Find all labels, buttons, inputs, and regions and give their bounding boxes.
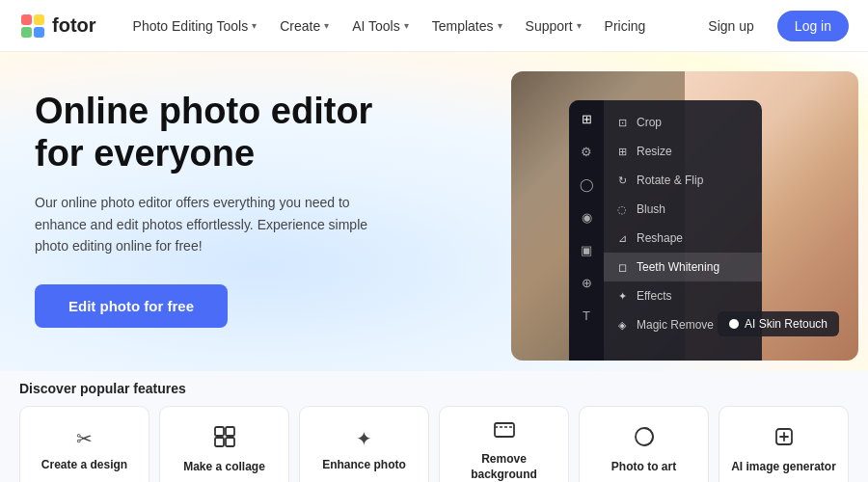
logo-text: fotor <box>52 14 96 37</box>
nav-photo-editing-tools[interactable]: Photo Editing Tools ▾ <box>123 13 267 40</box>
nav-support[interactable]: Support ▾ <box>516 13 591 40</box>
nav-templates[interactable]: Templates ▾ <box>422 13 512 40</box>
magic-remove-icon: ◈ <box>615 318 629 332</box>
menu-item-reshape[interactable]: ⊿ Reshape <box>604 224 762 253</box>
rotate-icon: ↻ <box>615 174 629 187</box>
chevron-down-icon: ▾ <box>252 20 257 31</box>
hero-image: ⊞ ⚙ ◯ ◉ ▣ ⊕ T ⊡ Crop ⊞ Resize <box>511 71 858 361</box>
text-sidebar-icon[interactable]: T <box>578 307 595 324</box>
chevron-down-icon: ▾ <box>404 20 409 31</box>
svg-rect-4 <box>34 27 44 38</box>
chevron-down-icon: ▾ <box>498 20 502 31</box>
feature-ai-image-generator[interactable]: AI image generator <box>719 406 849 482</box>
panel-sidebar: ⊞ ⚙ ◯ ◉ ▣ ⊕ T <box>569 100 604 361</box>
nav-ai-tools[interactable]: AI Tools ▾ <box>342 13 419 40</box>
main-content: Online photo editor for everyone Our onl… <box>0 52 868 482</box>
svg-rect-1 <box>21 14 32 25</box>
hero-description: Our online photo editor offers everythin… <box>35 192 401 256</box>
menu-item-effects[interactable]: ✦ Effects <box>604 281 762 310</box>
nav-items: Photo Editing Tools ▾ Create ▾ AI Tools … <box>123 13 695 40</box>
nav-pricing[interactable]: Pricing <box>595 13 656 40</box>
menu-item-rotate[interactable]: ↻ Rotate & Flip <box>604 166 762 195</box>
adjust-sidebar-icon[interactable]: ⚙ <box>578 143 595 160</box>
menu-item-teeth[interactable]: ◻ Teeth Whitening <box>604 253 762 281</box>
blush-icon: ◌ <box>615 202 629 216</box>
svg-rect-2 <box>34 14 44 25</box>
teeth-icon: ◻ <box>615 260 629 274</box>
crop-sidebar-icon[interactable]: ⊞ <box>578 110 595 127</box>
nav-create[interactable]: Create ▾ <box>270 13 339 40</box>
menu-item-blush[interactable]: ◌ Blush <box>604 195 762 224</box>
frame-sidebar-icon[interactable]: ▣ <box>578 241 595 258</box>
chevron-down-icon: ▾ <box>577 20 582 31</box>
feature-photo-to-art[interactable]: Photo to art <box>579 406 709 482</box>
ai-skin-retouch-badge: AI Skin Retouch <box>718 311 839 336</box>
photo-to-art-icon <box>634 426 655 452</box>
remove-bg-icon <box>494 418 515 444</box>
signup-button[interactable]: Sign up <box>694 13 767 40</box>
menu-item-crop[interactable]: ⊡ Crop <box>604 108 762 137</box>
group-sidebar-icon[interactable]: ⊕ <box>578 274 595 291</box>
hero-title: Online photo editor for everyone <box>35 91 415 174</box>
effects-icon: ✦ <box>615 289 629 303</box>
resize-icon: ⊞ <box>615 145 629 158</box>
hero-text: Online photo editor for everyone Our onl… <box>35 91 415 328</box>
nav-auth: Sign up Log in <box>694 11 849 41</box>
eye-sidebar-icon[interactable]: ◉ <box>578 208 595 226</box>
edit-photo-cta-button[interactable]: Edit photo for free <box>35 284 228 328</box>
reshape-icon: ⊿ <box>615 231 629 245</box>
svg-rect-9 <box>495 423 514 437</box>
navbar: fotor Photo Editing Tools ▾ Create ▾ AI … <box>0 0 868 52</box>
crop-icon: ⊡ <box>615 116 629 129</box>
logo[interactable]: fotor <box>19 13 96 40</box>
fotor-logo-icon <box>19 13 46 40</box>
ai-image-gen-icon <box>773 426 795 452</box>
menu-item-resize[interactable]: ⊞ Resize <box>604 137 762 166</box>
svg-rect-3 <box>21 27 32 38</box>
chevron-down-icon: ▾ <box>324 20 329 31</box>
face-sidebar-icon[interactable]: ◯ <box>578 175 595 193</box>
login-button[interactable]: Log in <box>777 11 849 41</box>
hero-left: Online photo editor for everyone Our onl… <box>0 52 444 482</box>
ai-badge-dot <box>729 319 739 329</box>
feature-remove-background[interactable]: Remove background <box>439 406 569 482</box>
